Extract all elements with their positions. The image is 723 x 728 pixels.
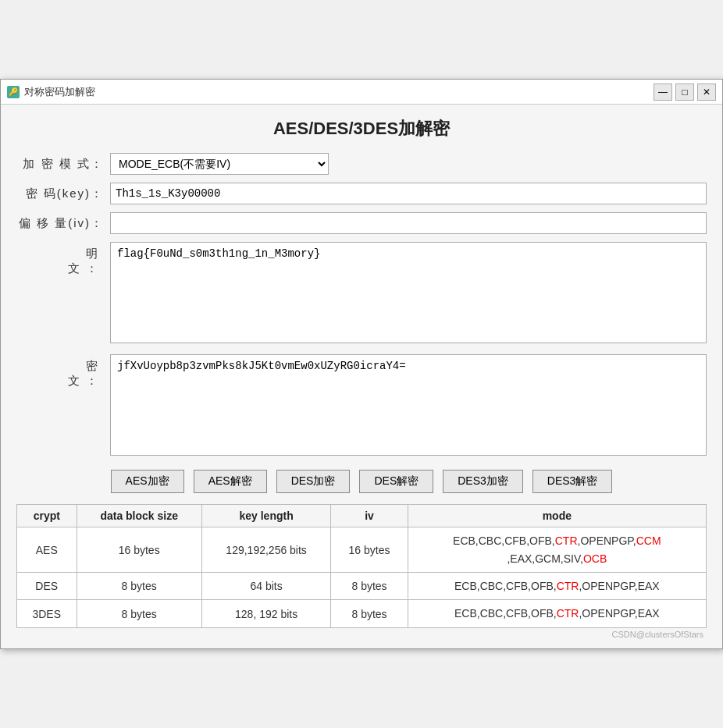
key-control [110, 183, 707, 204]
plaintext-row: 明文： flag{F0uNd_s0m3th1ng_1n_M3mory} [16, 242, 707, 346]
des-decrypt-button[interactable]: DES解密 [359, 470, 433, 493]
cell-iv-aes: 16 bytes [331, 527, 408, 573]
cell-crypt-des: DES [17, 573, 77, 600]
content-area: AES/DES/3DES加解密 加 密 模 式： MODE_ECB(不需要IV)… [1, 105, 722, 648]
des-mode-text2: ,OPENPGP,EAX [579, 580, 659, 592]
des-mode-text1: ECB,CBC,CFB,OFB, [454, 580, 557, 592]
key-label: 密 码(key)： [16, 186, 110, 201]
watermark: CSDN@clustersOfStars [16, 630, 707, 639]
ciphertext-control: jfXvUoypb8p3zvmPks8kJ5Kt0vmEw0xUZyRG0icr… [110, 354, 707, 459]
des3-decrypt-button[interactable]: DES3解密 [532, 470, 613, 493]
cell-block-des: 8 bytes [77, 573, 201, 600]
ciphertext-row: 密文： jfXvUoypb8p3zvmPks8kJ5Kt0vmEw0xUZyRG… [16, 354, 707, 459]
des3-encrypt-button[interactable]: DES3加密 [443, 470, 523, 493]
cell-key-3des: 128, 192 bits [201, 600, 331, 627]
col-iv: iv [331, 505, 408, 527]
title-bar-left: 🔑 对称密码加解密 [7, 85, 95, 99]
mode-row: 加 密 模 式： MODE_ECB(不需要IV) MODE_CBC MODE_C… [16, 153, 707, 175]
cell-key-des: 64 bits [201, 573, 331, 600]
table-header-row: crypt data block size key length iv mode [17, 505, 707, 527]
info-table: crypt data block size key length iv mode… [16, 504, 707, 628]
aes-encrypt-button[interactable]: AES加密 [111, 470, 184, 493]
col-block-size: data block size [77, 505, 201, 527]
plaintext-label: 明文： [16, 242, 110, 276]
plaintext-textarea[interactable]: flag{F0uNd_s0m3th1ng_1n_M3mory} [110, 242, 707, 343]
maximize-button[interactable]: □ [675, 83, 694, 101]
col-mode: mode [408, 505, 706, 527]
aes-mode-ccm: CCM [636, 534, 661, 547]
iv-label: 偏 移 量(iv)： [16, 216, 110, 231]
cell-iv-des: 8 bytes [331, 573, 408, 600]
cell-block-3des: 8 bytes [77, 600, 201, 627]
table-row: 3DES 8 bytes 128, 192 bits 8 bytes ECB,C… [17, 600, 707, 627]
aes-mode-text2: ,OPENPGP, [578, 534, 636, 547]
des-mode-ctr: CTR [557, 580, 579, 592]
ciphertext-textarea[interactable]: jfXvUoypb8p3zvmPks8kJ5Kt0vmEw0xUZyRG0icr… [110, 354, 707, 456]
cell-mode-aes: ECB,CBC,CFB,OFB,CTR,OPENPGP,CCM ,EAX,GCM… [408, 527, 706, 573]
iv-input[interactable] [110, 212, 707, 234]
3des-mode-text2: ,OPENPGP,EAX [579, 607, 659, 620]
key-row: 密 码(key)： [16, 183, 707, 204]
aes-mode-text1: ECB,CBC,CFB,OFB, [453, 534, 555, 547]
mode-label: 加 密 模 式： [16, 157, 110, 172]
title-bar-controls: — □ ✕ [654, 83, 716, 101]
mode-control: MODE_ECB(不需要IV) MODE_CBC MODE_CFB MODE_O… [110, 153, 707, 175]
iv-control [110, 212, 707, 234]
table-row: AES 16 bytes 129,192,256 bits 16 bytes E… [17, 527, 707, 573]
3des-mode-ctr: CTR [557, 607, 579, 620]
aes-mode-ctr: CTR [555, 534, 578, 547]
col-crypt: crypt [17, 505, 77, 527]
aes-mode-ocb: OCB [583, 552, 607, 565]
cell-crypt-3des: 3DES [17, 600, 77, 627]
cell-mode-3des: ECB,CBC,CFB,OFB,CTR,OPENPGP,EAX [408, 600, 706, 627]
des-encrypt-button[interactable]: DES加密 [276, 470, 351, 493]
ciphertext-label: 密文： [16, 354, 110, 389]
cell-crypt-aes: AES [17, 527, 77, 573]
aes-decrypt-button[interactable]: AES解密 [194, 470, 267, 493]
plaintext-control: flag{F0uNd_s0m3th1ng_1n_M3mory} [110, 242, 707, 346]
cell-key-aes: 129,192,256 bits [201, 527, 331, 573]
cell-iv-3des: 8 bytes [331, 600, 408, 627]
table-row: DES 8 bytes 64 bits 8 bytes ECB,CBC,CFB,… [17, 573, 707, 600]
iv-row: 偏 移 量(iv)： [16, 212, 707, 234]
close-button[interactable]: ✕ [697, 83, 716, 101]
3des-mode-text1: ECB,CBC,CFB,OFB, [454, 607, 557, 620]
col-key-length: key length [201, 505, 331, 527]
main-window: 🔑 对称密码加解密 — □ ✕ AES/DES/3DES加解密 加 密 模 式：… [0, 79, 723, 649]
button-row: AES加密 AES解密 DES加密 DES解密 DES3加密 DES3解密 [16, 470, 707, 493]
cell-mode-des: ECB,CBC,CFB,OFB,CTR,OPENPGP,EAX [408, 573, 706, 600]
app-icon: 🔑 [7, 86, 20, 98]
title-bar: 🔑 对称密码加解密 — □ ✕ [1, 80, 722, 105]
cell-block-aes: 16 bytes [77, 527, 201, 573]
window-title: 对称密码加解密 [24, 85, 95, 99]
key-input[interactable] [110, 183, 707, 204]
aes-mode-text3: ,EAX,GCM,SIV, [507, 552, 583, 565]
mode-select[interactable]: MODE_ECB(不需要IV) MODE_CBC MODE_CFB MODE_O… [110, 153, 329, 175]
page-title: AES/DES/3DES加解密 [16, 117, 707, 140]
minimize-button[interactable]: — [654, 83, 672, 101]
